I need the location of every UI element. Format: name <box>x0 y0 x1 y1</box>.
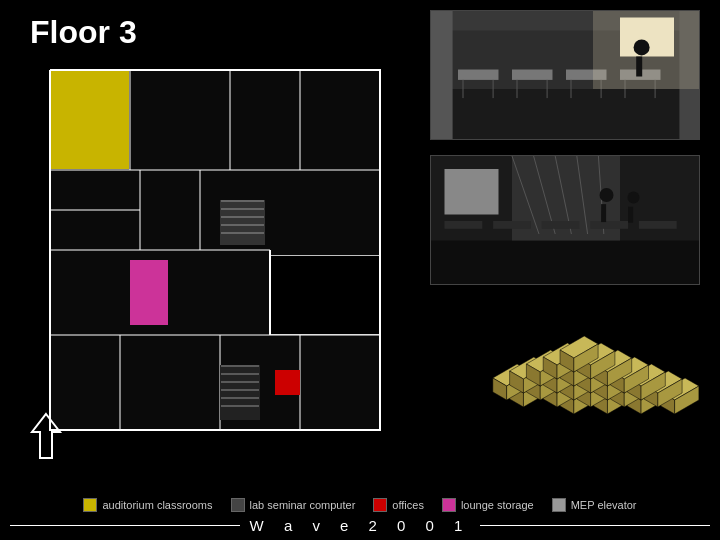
north-arrow <box>28 412 64 460</box>
legend-swatch <box>373 498 387 512</box>
legend-swatch <box>83 498 97 512</box>
wave-line-right <box>480 525 710 526</box>
legend-swatch <box>231 498 245 512</box>
page-title: Floor 3 <box>30 14 137 51</box>
photo-bottom <box>430 155 700 285</box>
legend-item: auditorium classrooms <box>83 498 212 512</box>
legend-item: MEP elevator <box>552 498 637 512</box>
wave-line-left <box>10 525 240 526</box>
legend-item: offices <box>373 498 424 512</box>
legend-swatch <box>552 498 566 512</box>
model-3d <box>430 300 710 445</box>
legend-label: MEP elevator <box>571 499 637 511</box>
legend-swatch <box>442 498 456 512</box>
photo-top <box>430 10 700 140</box>
svg-marker-0 <box>32 414 60 458</box>
legend: auditorium classroomslab seminar compute… <box>10 498 710 512</box>
legend-item: lounge storage <box>442 498 534 512</box>
legend-label: auditorium classrooms <box>102 499 212 511</box>
legend-item: lab seminar computer <box>231 498 356 512</box>
wave-text: W a v e 2 0 0 1 <box>250 517 471 534</box>
floor-plan <box>20 60 410 440</box>
wave-footer: W a v e 2 0 0 1 <box>0 517 720 534</box>
legend-label: lab seminar computer <box>250 499 356 511</box>
legend-label: offices <box>392 499 424 511</box>
legend-label: lounge storage <box>461 499 534 511</box>
